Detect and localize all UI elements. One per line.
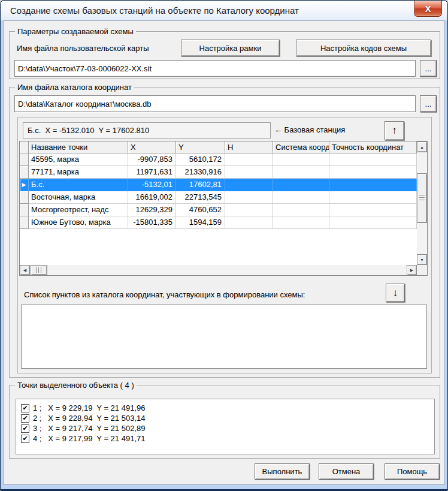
column-header-x: X <box>128 141 176 153</box>
dialog-window: Создание схемы базовых станций на объект… <box>0 0 448 491</box>
row-selector <box>20 216 29 229</box>
cell-y: 21330,916 <box>176 166 225 179</box>
column-header-h: H <box>225 141 273 153</box>
group-catalog: Имя файла каталога координат ... Б.с. X … <box>9 87 440 378</box>
coordinates-table: Название точки X Y H Система координат Т… <box>19 141 428 276</box>
vertical-scrollbar[interactable]: ▲ ▼ <box>417 141 427 265</box>
table-row-selected[interactable]: ▶ Б.с. -5132,01 17602,81 <box>20 179 417 191</box>
group-scheme-params: Параметры создаваемой схемы Имя файла по… <box>9 31 440 79</box>
cell-y: 4760,652 <box>176 204 225 216</box>
map-file-label: Имя файла пользовательской карты <box>17 44 149 53</box>
frame-settings-button[interactable]: Настройка рамки <box>181 40 280 56</box>
cell-h <box>225 216 273 229</box>
point-checkbox[interactable]: ✔ <box>21 404 29 412</box>
cell-name: 45595, марка <box>29 153 128 166</box>
cell-accuracy <box>329 191 417 204</box>
table-row[interactable]: Мосгоргеотрест, надс 12629,329 4760,652 <box>20 204 417 216</box>
cell-h <box>225 166 273 179</box>
triangle-right-icon: ▶ <box>410 268 413 273</box>
scrollbar-corner <box>417 265 427 275</box>
check-icon: ✔ <box>22 435 28 442</box>
title-bar[interactable]: Создание схемы базовых станций на объект… <box>1 1 447 20</box>
point-label: 2 ; X = 9 228,94 Y = 21 503,14 <box>33 414 145 423</box>
catalog-file-path-input[interactable] <box>14 95 416 112</box>
row-selector <box>20 166 29 179</box>
set-base-station-button[interactable]: ↑ <box>385 121 404 140</box>
cell-name: Южное Бутово, марка <box>29 216 128 229</box>
cell-x: 12629,329 <box>128 204 176 216</box>
current-row-marker-icon: ▶ <box>22 179 26 191</box>
dialog-client-area: Параметры создаваемой схемы Имя файла по… <box>4 20 444 485</box>
table-body: Название точки X Y H Система координат Т… <box>20 141 417 265</box>
point-list-item[interactable]: ✔ 4 ; X = 9 217,99 Y = 21 491,71 <box>16 433 434 444</box>
scroll-down-button[interactable]: ▼ <box>417 254 427 265</box>
cell-x: 16619,002 <box>128 191 176 204</box>
table-row[interactable]: Южное Бутово, марка -15801,335 1594,159 <box>20 216 417 229</box>
base-station-value: Б.с. X = -5132.010 Y = 17602.810 <box>23 122 271 138</box>
cell-accuracy <box>329 153 417 166</box>
add-to-scheme-button[interactable]: ↓ <box>386 284 405 302</box>
cell-y: 17602,81 <box>176 179 225 191</box>
cell-x: -9907,853 <box>128 153 176 166</box>
thumb-grip <box>36 267 42 273</box>
point-list-item[interactable]: ✔ 1 ; X = 9 229,19 Y = 21 491,96 <box>16 403 434 413</box>
cell-name: 77171, марка <box>29 166 128 179</box>
catalog-panel: Б.с. X = -5132.010 Y = 17602.810 ← Базов… <box>17 117 432 373</box>
group-scheme-params-title: Параметры создаваемой схемы <box>15 27 136 36</box>
point-checkbox[interactable]: ✔ <box>21 435 29 443</box>
point-list-item[interactable]: ✔ 3 ; X = 9 217,74 Y = 21 502,89 <box>16 423 434 433</box>
cell-system <box>273 179 329 191</box>
horizontal-scrollbar[interactable]: ◀ ▶ <box>20 265 417 275</box>
cell-h <box>225 191 273 204</box>
row-selector <box>20 153 29 166</box>
cell-y: 5610,172 <box>176 153 225 166</box>
cell-y: 22713,545 <box>176 191 225 204</box>
triangle-left-icon: ◀ <box>23 268 26 273</box>
row-selector <box>20 204 29 216</box>
check-icon: ✔ <box>22 424 28 432</box>
cell-system <box>273 153 329 166</box>
cell-x: 11971,631 <box>128 166 176 179</box>
help-button[interactable]: Помощь <box>385 463 440 480</box>
row-selector-current: ▶ <box>20 179 29 191</box>
cancel-button[interactable]: Отмена <box>319 463 374 480</box>
cell-system <box>273 216 329 229</box>
vertical-scroll-thumb[interactable] <box>417 173 427 223</box>
object-points-list: ✔ 1 ; X = 9 229,19 Y = 21 491,96 ✔ 2 ; X… <box>16 399 435 454</box>
cell-name: Б.с. <box>29 179 128 191</box>
check-icon: ✔ <box>22 414 28 422</box>
scheme-points-listbox[interactable] <box>21 305 427 369</box>
cell-x: -5132,01 <box>128 179 176 191</box>
triangle-down-icon: ▼ <box>420 258 424 262</box>
horizontal-scroll-thumb[interactable] <box>31 265 47 275</box>
scheme-points-list-label: Список пунктов из каталога координат, уч… <box>24 290 305 299</box>
point-list-item[interactable]: ✔ 2 ; X = 9 228,94 Y = 21 503,14 <box>16 413 434 423</box>
table-header-row: Название точки X Y H Система координат Т… <box>20 141 417 153</box>
execute-button[interactable]: Выполнить <box>255 463 310 480</box>
cell-h <box>225 153 273 166</box>
window-frame: Параметры создаваемой схемы Имя файла по… <box>1 20 447 489</box>
close-button[interactable]: X <box>414 1 442 17</box>
scroll-right-button[interactable]: ▶ <box>407 265 417 275</box>
cell-accuracy <box>329 204 417 216</box>
scroll-left-button[interactable]: ◀ <box>20 265 30 275</box>
scheme-codes-button[interactable]: Настройка кодов схемы <box>296 40 431 56</box>
cell-h <box>225 204 273 216</box>
window-title: Создание схемы базовых станций на объект… <box>10 5 299 16</box>
table-row[interactable]: 77171, марка 11971,631 21330,916 <box>20 166 417 179</box>
table-row[interactable]: 45595, марка -9907,853 5610,172 <box>20 153 417 166</box>
browse-map-file-button[interactable]: ... <box>420 60 437 77</box>
point-label: 4 ; X = 9 217,99 Y = 21 491,71 <box>33 434 145 443</box>
map-file-path-input[interactable] <box>14 60 416 77</box>
point-checkbox[interactable]: ✔ <box>21 414 29 423</box>
column-header-accuracy: Точность координат <box>329 141 417 153</box>
cell-h <box>225 179 273 191</box>
cell-system <box>273 166 329 179</box>
arrow-down-icon: ↓ <box>393 287 398 299</box>
table-row[interactable]: Восточная, марка 16619,002 22713,545 <box>20 191 417 204</box>
scroll-up-button[interactable]: ▲ <box>417 141 427 152</box>
row-selector <box>20 191 29 204</box>
cell-accuracy <box>329 179 417 191</box>
point-checkbox[interactable]: ✔ <box>21 424 29 433</box>
browse-catalog-file-button[interactable]: ... <box>420 95 437 112</box>
